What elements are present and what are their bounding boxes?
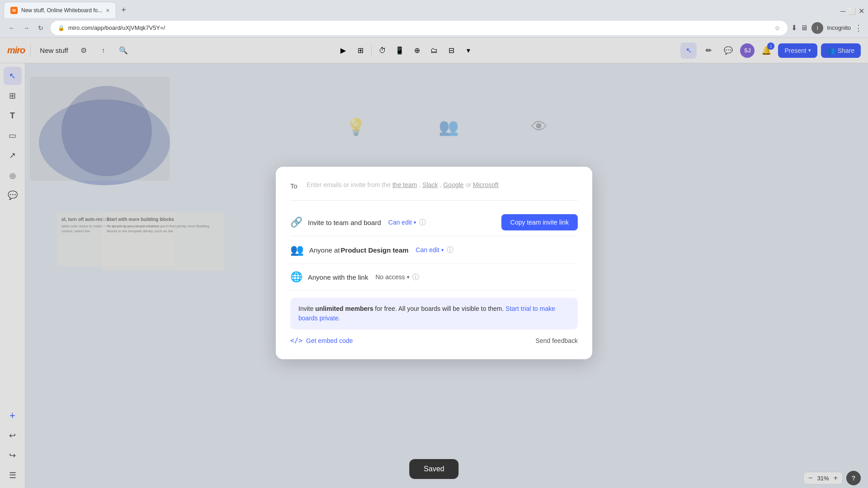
forward-button[interactable]: → [20, 22, 33, 34]
refresh-button[interactable]: ↻ [34, 22, 47, 34]
to-input-area[interactable]: Enter emails or invite from the the team… [307, 181, 578, 192]
tablet-icon[interactable]: 🖥 [801, 24, 808, 32]
to-microsoft-link[interactable]: Microsoft [473, 181, 499, 192]
team-label-prefix: Anyone at [309, 246, 340, 254]
team-permission-chevron[interactable]: ▾ [441, 247, 444, 253]
team-permission-link[interactable]: Can edit [416, 246, 439, 253]
bookmark-icon[interactable]: ☆ [774, 24, 780, 32]
invite-permission-chevron[interactable]: ▾ [414, 220, 416, 225]
embed-code-link[interactable]: </> Get embed code [290, 337, 353, 345]
url-text: miro.com/app/board/uXjVMqk7V5Y=/ [68, 24, 771, 31]
tab-favicon: M [10, 7, 18, 14]
saved-toast: Saved [409, 459, 458, 479]
modal-footer: </> Get embed code Send feedback [290, 337, 578, 345]
browser-tab[interactable]: M New stuff, Online Whiteboard fo... × [4, 2, 116, 18]
back-icon: ← [9, 24, 15, 32]
info-text-middle: for free. All your boards will be visibl… [373, 305, 506, 312]
invite-label: Invite to team and board [308, 219, 381, 226]
embed-label: Get embed code [306, 337, 353, 344]
address-bar[interactable]: 🔒 miro.com/app/board/uXjVMqk7V5Y=/ ☆ [51, 21, 788, 35]
to-slack-link[interactable]: Slack [422, 181, 438, 192]
to-label: To [290, 182, 301, 190]
team-icon: 👥 [290, 244, 304, 256]
link-chain-icon: 🔗 [290, 216, 302, 228]
link-info-icon[interactable]: ⓘ [412, 273, 419, 282]
to-team-link[interactable]: the team [392, 181, 417, 192]
share-modal: To Enter emails or invite from the the t… [276, 167, 592, 359]
tab-title: New stuff, Online Whiteboard fo... [21, 7, 102, 14]
globe-icon: 🌐 [290, 271, 302, 283]
embed-icon: </> [290, 337, 302, 345]
incognito-badge: I [811, 22, 823, 34]
link-permission-chevron[interactable]: ▾ [407, 274, 410, 280]
copy-invite-link-button[interactable]: Copy team invite link [501, 214, 578, 230]
tab-close-icon[interactable]: × [106, 7, 109, 14]
incognito-label: Incognito [827, 24, 851, 31]
invite-permission-link[interactable]: Can edit [388, 219, 412, 226]
window-maximize-icon[interactable]: ⬜ [848, 8, 856, 15]
forward-icon: → [23, 24, 29, 32]
team-info-icon[interactable]: ⓘ [447, 246, 453, 254]
team-row: 👥 Anyone at Product Design team Can edit… [290, 236, 578, 264]
team-name: Product Design team [341, 246, 409, 254]
browser-menu-icon[interactable]: ⋮ [854, 23, 863, 33]
modal-overlay[interactable]: To Enter emails or invite from the the t… [0, 38, 868, 488]
send-feedback-link[interactable]: Send feedback [536, 337, 578, 344]
link-row: 🌐 Anyone with the link No access ▾ ⓘ [290, 264, 578, 291]
info-banner: Invite unlimited members for free. All y… [290, 298, 578, 329]
new-tab-button[interactable]: + [117, 4, 130, 16]
link-label: Anyone with the link [308, 273, 368, 281]
info-text-prefix: Invite [298, 305, 315, 312]
refresh-icon: ↻ [38, 24, 43, 32]
invite-row: 🔗 Invite to team and board Can edit ▾ ⓘ … [290, 209, 578, 236]
info-text-bold: unlimited members [315, 305, 373, 312]
invite-info-icon[interactable]: ⓘ [419, 218, 426, 227]
link-permission-link[interactable]: No access [375, 273, 405, 281]
to-google-link[interactable]: Google [443, 181, 463, 192]
window-minimize-icon[interactable]: ─ [840, 7, 845, 15]
to-field-row: To Enter emails or invite from the the t… [290, 181, 578, 201]
download-icon[interactable]: ⬇ [791, 23, 797, 32]
window-close-icon[interactable]: ✕ [859, 7, 864, 15]
back-button[interactable]: ← [5, 22, 18, 34]
lock-icon: 🔒 [58, 25, 65, 31]
